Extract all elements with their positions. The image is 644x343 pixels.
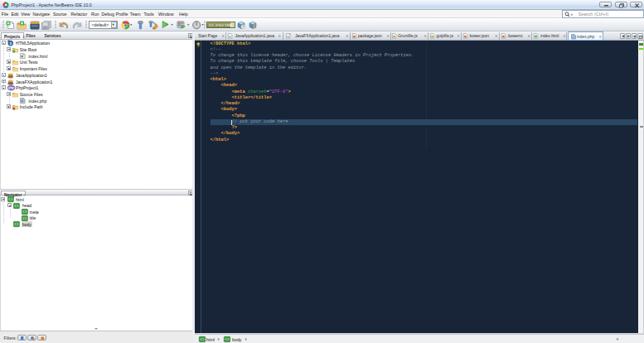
svg-text:php: php	[9, 87, 15, 90]
